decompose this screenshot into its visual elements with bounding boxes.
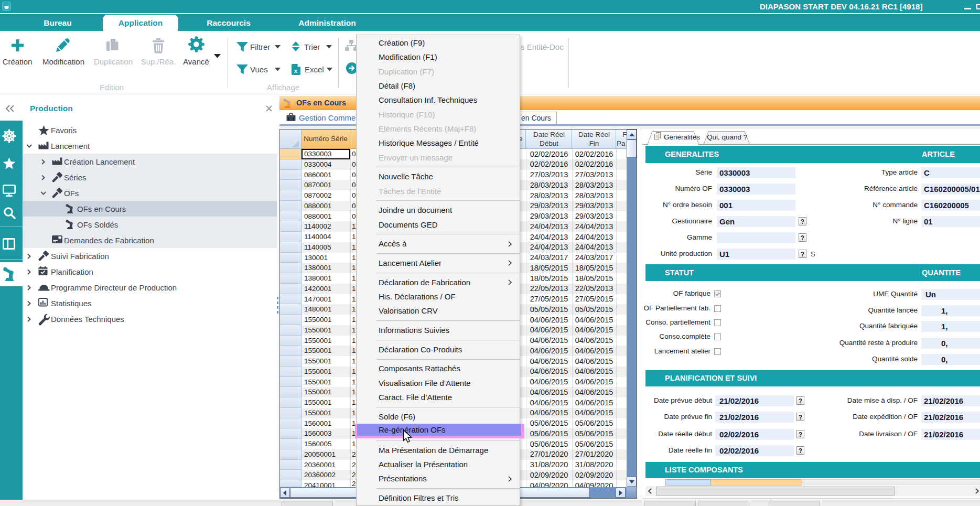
- svg-text:x: x: [294, 68, 298, 74]
